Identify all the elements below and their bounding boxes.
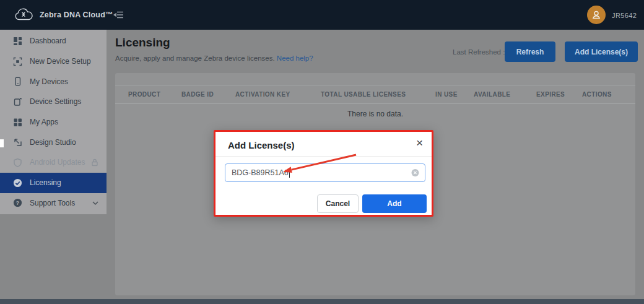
zebra-cloud-dna-logo-icon <box>12 7 35 25</box>
user-id-label: JR5642 <box>612 12 637 19</box>
app-window: Zebra DNA Cloud™ JR5642 Dashboard <box>0 0 644 304</box>
add-button[interactable]: Add <box>362 194 427 213</box>
clear-input-icon[interactable] <box>411 169 419 177</box>
close-icon[interactable]: × <box>416 137 423 149</box>
user-avatar[interactable] <box>587 6 606 24</box>
modal-divider <box>215 156 432 157</box>
screen-edge-artifact <box>0 139 4 147</box>
person-icon <box>591 9 602 20</box>
modal-title: Add License(s) <box>228 140 295 150</box>
collapse-menu-icon[interactable] <box>113 11 124 22</box>
license-key-input[interactable]: BDG-B89R51A6 <box>225 163 425 182</box>
add-licenses-modal annotation-highlight-box: Add License(s) × BDG-B89R51A6 Cancel Add <box>214 130 433 217</box>
cancel-button[interactable]: Cancel <box>317 194 359 213</box>
license-key-input-value: BDG-B89R51A6 <box>232 168 289 177</box>
top-header: Zebra DNA Cloud™ JR5642 <box>0 0 644 30</box>
text-cursor <box>289 168 290 178</box>
app-title: Zebra DNA Cloud™ <box>40 11 113 19</box>
